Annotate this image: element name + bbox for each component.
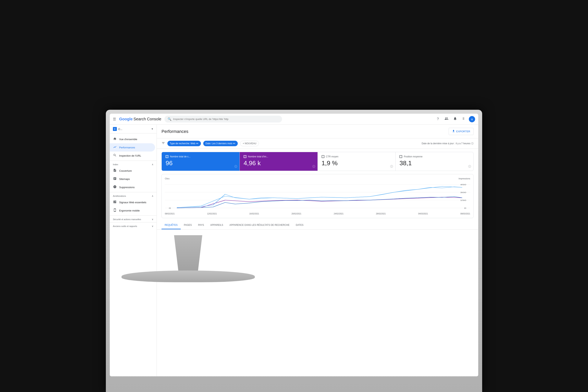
sidebar-item-sitemaps[interactable]: Sitemaps [110, 175, 155, 183]
sidebar-item-label-performances: Performances [119, 146, 135, 149]
help-icon: ? [437, 117, 439, 121]
sidebar-item-label-overview: Vue d'ensemble [119, 138, 137, 141]
new-filter-button[interactable]: + NOUVEAU [240, 141, 259, 146]
edit-date-icon: ✏ [233, 142, 236, 145]
export-icon [452, 130, 455, 133]
sidebar-item-label-ergonomie: Ergonomie mobile [119, 209, 140, 212]
tab-requetes[interactable]: REQUÊTES [162, 221, 181, 229]
sidebar-divider-2 [110, 192, 156, 192]
help-button[interactable]: ? [434, 116, 442, 123]
users-button[interactable] [443, 116, 450, 123]
sidebar-item-label-couverture: Couverture [119, 169, 132, 172]
clics-value: 96 [166, 160, 236, 167]
section-securite-label: Sécurité et actions manuelles [113, 218, 141, 220]
section-ameliorations-label: Améliorations [113, 195, 126, 197]
chart-area: Clics Impressions 450 [162, 174, 474, 218]
impressions-label: Nombre total d'im... [248, 155, 268, 158]
date-filter[interactable]: Date: Les 3 derniers mois ✏ [203, 141, 238, 146]
new-filter-label: + NOUVEAU [243, 142, 256, 145]
menu-icon[interactable]: ☰ [113, 117, 116, 121]
notifications-button[interactable] [452, 116, 459, 123]
position-value: 38,1 [400, 160, 470, 167]
user-avatar[interactable]: a [469, 116, 475, 122]
page-title: Performances [162, 129, 188, 134]
tab-apparence[interactable]: APPARENCE DANS LES RÉSULTATS DE RECHERCH… [226, 221, 293, 229]
x-label-4: 20/02/2021 [292, 213, 301, 215]
screen-content: ☰ Google Search Console 🔍 ? [110, 114, 478, 376]
x-label-1: 08/02/2021 [165, 213, 175, 215]
update-info: Date de la dernière mise à jour : il y a… [422, 142, 474, 145]
sidebar-item-couverture[interactable]: Couverture [110, 166, 155, 175]
sidebar-item-performances[interactable]: Performances [110, 143, 155, 152]
search-icon: 🔍 [168, 117, 172, 121]
tabs-row: REQUÊTES PAGES PAYS APPAREILS APPARENCE … [157, 221, 478, 230]
topbar: ☰ Google Search Console 🔍 ? [110, 114, 478, 125]
svg-text:0: 0 [464, 207, 466, 209]
monitor-shell: ☰ Google Search Console 🔍 ? [106, 110, 482, 392]
metric-ctr[interactable]: CTR moyen 1,9 % ⓘ [318, 152, 396, 171]
section-anciens[interactable]: Anciens outils et rapports ∨ [110, 223, 156, 228]
users-icon [444, 116, 448, 122]
export-button[interactable]: EXPORTER [449, 128, 474, 135]
dropdown-arrow-icon: ▼ [151, 128, 154, 130]
svg-text:450: 450 [460, 184, 466, 186]
section-index[interactable]: Index ∧ [110, 162, 156, 166]
url-inspection-icon [113, 154, 117, 158]
update-info-text: Date de la dernière mise à jour : il y a… [422, 142, 470, 145]
sidebar-item-label-url: Inspection de l'URL [119, 154, 141, 157]
ctr-info-icon: ⓘ [390, 165, 393, 168]
sidebar-item-url-inspection[interactable]: Inspection de l'URL [110, 152, 155, 160]
section-index-arrow: ∧ [152, 163, 154, 166]
sidebar-item-suppressions[interactable]: Suppressions [110, 183, 155, 191]
metric-clics[interactable]: Nombre total de c... 96 ⓘ [162, 152, 240, 171]
tab-pages[interactable]: PAGES [181, 221, 195, 229]
section-securite[interactable]: Sécurité et actions manuelles ∨ [110, 216, 156, 222]
tab-pays[interactable]: PAYS [195, 221, 207, 229]
clics-checkbox[interactable] [166, 155, 168, 158]
home-icon [113, 137, 117, 141]
sidebar-item-ergonomie[interactable]: Ergonomie mobile [110, 206, 155, 214]
x-label-7: 04/03/2021 [418, 213, 428, 215]
chart-right-label: Impressions [459, 178, 470, 180]
chart-x-labels: 08/02/2021 12/02/2021 16/02/2021 20/02/2… [165, 212, 470, 215]
tab-dates[interactable]: DATES [293, 221, 306, 229]
metric-impressions[interactable]: Nombre total d'im... 4,96 k ⓘ [240, 152, 318, 171]
chart-svg-container: 450 300 150 0 0 [165, 180, 470, 212]
ctr-value: 1,9 % [322, 160, 392, 167]
x-label-2: 12/02/2021 [207, 213, 217, 215]
search-type-filter[interactable]: Type de recherche: Web ✏ [168, 141, 201, 146]
sidebar-item-label-suppressions: Suppressions [119, 186, 135, 189]
property-name: C... [118, 128, 150, 130]
bell-icon [453, 116, 457, 122]
sidebar-divider-1 [110, 160, 156, 161]
x-label-6: 28/02/2021 [376, 213, 386, 215]
section-index-label: Index [113, 163, 118, 166]
metric-position[interactable]: Position moyenne 38,1 ⓘ [396, 152, 473, 171]
performances-icon [113, 145, 117, 150]
sidebar-item-label-sitemaps: Sitemaps [119, 178, 130, 180]
svg-text:0: 0 [169, 207, 171, 209]
ctr-checkbox[interactable] [322, 155, 324, 158]
logo-google: Google [119, 117, 133, 121]
property-icon: C [113, 127, 117, 131]
monitor-stand-base [122, 270, 255, 282]
ctr-label: CTR moyen [326, 155, 338, 158]
main-content: Performances EXPORTER [157, 125, 478, 376]
sidebar-nav: Vue d'ensemble Performances [110, 134, 156, 230]
tab-appareils[interactable]: APPAREILS [207, 221, 226, 229]
suppressions-icon [113, 185, 117, 189]
position-checkbox[interactable] [400, 155, 402, 158]
app-logo: Google Search Console [119, 117, 161, 121]
search-input[interactable] [173, 118, 279, 120]
sidebar-item-overview[interactable]: Vue d'ensemble [110, 135, 155, 143]
signaux-icon [113, 200, 117, 204]
section-ameliorations[interactable]: Améliorations ∧ [110, 193, 156, 198]
x-label-8: 08/03/2021 [460, 213, 470, 215]
logo-rest: Search Console [134, 117, 161, 121]
impressions-checkbox[interactable] [244, 155, 246, 158]
sidebar-item-signaux-web[interactable]: Signaux Web essentiels [110, 198, 155, 206]
apps-button[interactable] [460, 116, 467, 123]
filter-icon [162, 141, 165, 146]
property-selector[interactable]: C C... ▼ [110, 125, 156, 134]
search-bar[interactable]: 🔍 [164, 116, 282, 122]
